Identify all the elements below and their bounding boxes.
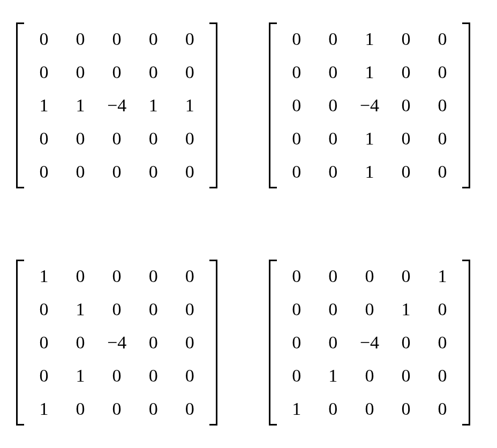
matrix-cell: 0 (135, 260, 171, 293)
matrix-cell: 0 (424, 122, 461, 155)
matrix-cell: 0 (388, 22, 424, 56)
matrix-cell: 0 (424, 359, 461, 392)
bracket-right-icon (211, 260, 217, 426)
matrix-cell: 0 (424, 293, 461, 326)
matrix-cell: 0 (171, 56, 208, 89)
matrix-cell: 0 (62, 260, 99, 293)
matrix-cell: 0 (278, 326, 315, 359)
matrix-cell: 0 (171, 22, 208, 56)
matrix-cell: 0 (388, 326, 424, 359)
matrix-cell: 0 (62, 392, 99, 426)
matrix-cell: 0 (315, 392, 351, 426)
matrix-cell: 0 (351, 359, 388, 392)
matrix-cell: 0 (388, 56, 424, 89)
matrix-body: 1 0 0 0 0 0 1 0 0 0 0 0 −4 0 (26, 260, 208, 426)
matrix-cell: 0 (99, 359, 135, 392)
matrix-cell: 0 (62, 22, 99, 56)
matrix-cell: 0 (99, 392, 135, 426)
matrix-cell: 0 (26, 56, 62, 89)
matrix-cell: 0 (315, 260, 351, 293)
matrix-cell: 0 (315, 155, 351, 188)
matrix-cell: 0 (278, 260, 315, 293)
matrix-cell: 0 (135, 22, 171, 56)
matrix-cell: 0 (388, 392, 424, 426)
matrix-cell: 0 (424, 22, 461, 56)
matrix-cell: 0 (62, 155, 99, 188)
bracket-right-icon (464, 260, 470, 426)
matrix-cell: 0 (62, 326, 99, 359)
matrix-cell: 0 (26, 326, 62, 359)
matrix-cell: 0 (171, 155, 208, 188)
matrix-row: 0 1 0 0 0 (26, 293, 208, 326)
matrix-cell: 0 (99, 155, 135, 188)
matrix-cell: 0 (278, 359, 315, 392)
matrix-row: 1 1 −4 1 1 (26, 89, 208, 122)
matrix-cell: 0 (278, 293, 315, 326)
matrix-cell: 0 (171, 122, 208, 155)
matrix-row: 0 0 0 0 0 (26, 56, 208, 89)
matrix-cell: 0 (171, 392, 208, 426)
matrix-row: 1 0 0 0 0 (26, 392, 208, 426)
matrix-cell: 0 (351, 260, 388, 293)
matrix-cell: 0 (278, 22, 315, 56)
matrix-cell: 0 (351, 392, 388, 426)
matrix-cell: 0 (315, 22, 351, 56)
matrix-cell: 1 (135, 89, 171, 122)
matrix-cell: 1 (351, 56, 388, 89)
matrix-cell: −4 (351, 89, 388, 122)
matrix-cell: 0 (351, 293, 388, 326)
matrix-cell: 0 (26, 122, 62, 155)
matrix-cell: 1 (62, 293, 99, 326)
bracket-right-icon (211, 22, 217, 188)
matrix-cell: 1 (171, 89, 208, 122)
matrix-cell: 1 (26, 89, 62, 122)
matrix-cell: 0 (388, 122, 424, 155)
matrix-cell: 1 (388, 293, 424, 326)
matrix-cell: 0 (315, 293, 351, 326)
matrix-cell: 0 (424, 155, 461, 188)
matrix-cell: 0 (278, 122, 315, 155)
matrix-cell: 0 (278, 89, 315, 122)
matrix-bottom-right: 0 0 0 0 1 0 0 0 1 0 0 0 −4 0 (269, 260, 470, 426)
matrix-cell: 0 (135, 392, 171, 426)
matrix-cell: 1 (315, 359, 351, 392)
matrix-cell: 0 (171, 293, 208, 326)
matrix-row: 0 0 −4 0 0 (278, 326, 461, 359)
matrix-row: 0 0 0 0 1 (278, 260, 461, 293)
matrix-cell: 0 (171, 359, 208, 392)
page: 0 0 0 0 0 0 0 0 0 0 1 1 −4 1 (0, 0, 497, 448)
matrix-cell: 1 (351, 22, 388, 56)
matrix-cell: 0 (62, 122, 99, 155)
matrix-row: 1 0 0 0 0 (26, 260, 208, 293)
matrix-cell: 0 (135, 56, 171, 89)
matrix-cell: 0 (135, 122, 171, 155)
matrix-cell: 0 (26, 293, 62, 326)
matrix-cell: 0 (26, 359, 62, 392)
matrix-cell: 0 (278, 56, 315, 89)
matrix-cell: 0 (135, 326, 171, 359)
bracket-left-icon (16, 260, 22, 426)
matrix-cell: 0 (424, 326, 461, 359)
matrix-cell: 0 (26, 155, 62, 188)
matrix-cell: 0 (99, 22, 135, 56)
bracket-left-icon (269, 22, 275, 188)
matrix-cell: 0 (171, 260, 208, 293)
matrix-cell: 0 (424, 392, 461, 426)
matrix-cell: 0 (315, 89, 351, 122)
matrix-cell: 1 (351, 122, 388, 155)
matrix-row: 0 1 0 0 0 (278, 359, 461, 392)
matrix-row: 0 0 −4 0 0 (26, 326, 208, 359)
matrix-top-right: 0 0 1 0 0 0 0 1 0 0 0 0 −4 0 (269, 22, 470, 188)
matrix-cell: 0 (388, 89, 424, 122)
matrix-row: 0 0 0 0 0 (26, 22, 208, 56)
matrix-cell: 0 (278, 155, 315, 188)
matrix-cell: 1 (26, 392, 62, 426)
matrix-cell: 1 (278, 392, 315, 426)
matrix-cell: 0 (135, 293, 171, 326)
matrix-cell: 0 (424, 56, 461, 89)
matrix-cell: 1 (351, 155, 388, 188)
matrix-cell: 0 (99, 293, 135, 326)
matrix-cell: 0 (424, 89, 461, 122)
bracket-left-icon (269, 260, 275, 426)
matrix-row: 0 0 1 0 0 (278, 122, 461, 155)
